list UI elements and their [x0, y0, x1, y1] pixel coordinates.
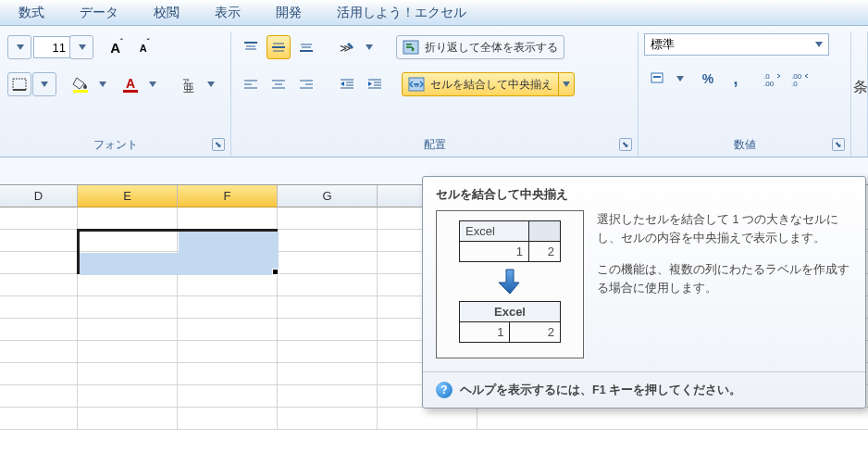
group-label-font: フォント — [0, 137, 230, 153]
tooltip-title: セルを結合して中央揃え — [423, 177, 865, 210]
increase-indent-button[interactable] — [363, 72, 387, 96]
decrease-indent-button[interactable] — [335, 72, 359, 96]
font-color-dropdown[interactable] — [141, 72, 165, 96]
svg-rect-4 — [123, 90, 138, 93]
group-label-number: 数値 — [639, 137, 850, 153]
svg-rect-38 — [653, 76, 661, 78]
wrap-text-button[interactable]: 折り返して全体を表示する — [396, 35, 564, 59]
accounting-format-button[interactable] — [646, 67, 670, 91]
decrease-decimal-button[interactable]: .00.0 — [788, 67, 812, 91]
menu-bar: 数式 データ 校閲 表示 開発 活用しよう！エクセル — [0, 0, 868, 26]
decrease-font-button[interactable]: Aˇ — [132, 35, 156, 59]
align-left-button[interactable] — [239, 72, 263, 96]
increase-decimal-button[interactable]: .0.00 — [761, 67, 785, 91]
ribbon-group-overflow: 条 — [851, 31, 868, 157]
merge-icon: a — [408, 77, 425, 92]
svg-text:.0: .0 — [791, 80, 798, 87]
number-format-combo[interactable]: 標準 — [644, 33, 829, 56]
menu-item-addon[interactable]: 活用しよう！エクセル — [337, 5, 466, 21]
wrap-text-label: 折り返して全体を表示する — [425, 40, 558, 56]
menu-item-review[interactable]: 校閲 — [154, 5, 180, 21]
tooltip-paragraph: この機能は、複数の列にわたるラベルを作成する場合に使用します。 — [597, 260, 852, 297]
merge-center-dropdown[interactable] — [558, 72, 575, 96]
ribbon-group-alignment: ≫ 折り返して全体を表示する a セルを結合して中央揃え — [231, 31, 639, 157]
font-size-input[interactable] — [33, 36, 70, 58]
ribbon: Aˆ Aˇ A ア亜 — [0, 26, 868, 157]
tooltip-help-label: ヘルプを表示するには、F1 キーを押してください。 — [460, 383, 741, 398]
arrow-down-icon — [499, 268, 521, 295]
accounting-format-dropdown[interactable] — [668, 67, 692, 91]
help-icon: ? — [436, 382, 453, 398]
tooltip-help: ? ヘルプを表示するには、F1 キーを押してください。 — [423, 372, 865, 408]
font-color-button[interactable]: A — [118, 72, 143, 96]
svg-text:亜: 亜 — [183, 82, 194, 93]
font-family-dropdown[interactable] — [7, 35, 31, 59]
ribbon-group-number: 標準 % , .0.00 .00.0 数値 ⬊ — [639, 31, 851, 157]
percent-button[interactable]: % — [696, 67, 720, 91]
chevron-down-icon — [815, 42, 823, 47]
menu-item-view[interactable]: 表示 — [215, 5, 241, 21]
align-right-button[interactable] — [294, 72, 318, 96]
selection-box[interactable] — [77, 229, 278, 274]
menu-item-data[interactable]: データ — [80, 5, 118, 21]
border-dropdown[interactable] — [32, 72, 56, 96]
orientation-button[interactable]: ≫ — [335, 35, 359, 59]
svg-text:a: a — [415, 81, 419, 89]
font-dialog-launcher[interactable]: ⬊ — [212, 138, 225, 151]
alignment-dialog-launcher[interactable]: ⬊ — [619, 138, 632, 151]
ribbon-group-font: Aˆ Aˇ A ア亜 — [0, 31, 231, 157]
increase-font-button[interactable]: Aˆ — [105, 35, 129, 59]
number-format-value: 標準 — [651, 36, 675, 53]
selected-cell — [80, 253, 279, 275]
merge-center-button[interactable]: a セルを結合して中央揃え — [402, 72, 559, 96]
align-top-button[interactable] — [239, 35, 263, 59]
orientation-dropdown[interactable] — [357, 35, 381, 59]
tooltip-illustration: Excel 12 Excel 12 — [436, 210, 584, 358]
fill-handle[interactable] — [272, 269, 279, 275]
menu-item-developer[interactable]: 開発 — [276, 5, 302, 21]
column-header-f[interactable]: F — [178, 185, 278, 207]
merge-center-label: セルを結合して中央揃え — [430, 77, 552, 93]
align-bottom-button[interactable] — [294, 35, 318, 59]
fill-color-dropdown[interactable] — [91, 72, 115, 96]
selected-cell — [179, 232, 279, 253]
menu-item-formulas[interactable]: 数式 — [19, 5, 44, 21]
align-center-button[interactable] — [267, 72, 291, 96]
supertooltip-merge-center: セルを結合して中央揃え Excel 12 Excel 12 選択したセルを結合し… — [422, 176, 866, 408]
comma-button[interactable]: , — [724, 67, 748, 91]
wrap-text-icon — [403, 40, 419, 55]
font-size-dropdown[interactable] — [69, 35, 93, 59]
column-header-d[interactable]: D — [0, 185, 78, 207]
tooltip-text: 選択したセルを結合して 1 つの大きなセルにし、セルの内容を中央揃えで表示します… — [597, 210, 852, 358]
tooltip-paragraph: 選択したセルを結合して 1 つの大きなセルにし、セルの内容を中央揃えで表示します… — [597, 210, 852, 247]
phonetic-button[interactable]: ア亜 — [177, 72, 201, 96]
align-middle-button[interactable] — [267, 35, 291, 59]
column-header-e[interactable]: E — [78, 185, 178, 207]
svg-rect-2 — [73, 90, 88, 93]
column-header-g[interactable]: G — [278, 185, 378, 207]
svg-text:.00: .00 — [763, 80, 775, 87]
number-dialog-launcher[interactable]: ⬊ — [832, 138, 845, 151]
svg-rect-0 — [13, 79, 26, 90]
border-button[interactable] — [7, 72, 31, 96]
tooltip-before-table: Excel 12 — [459, 220, 561, 262]
tooltip-after-table: Excel 12 — [459, 301, 561, 343]
phonetic-dropdown[interactable] — [199, 72, 223, 96]
fill-color-button[interactable] — [68, 72, 93, 96]
svg-text:A: A — [126, 76, 135, 91]
group-label-alignment: 配置 — [231, 137, 638, 153]
